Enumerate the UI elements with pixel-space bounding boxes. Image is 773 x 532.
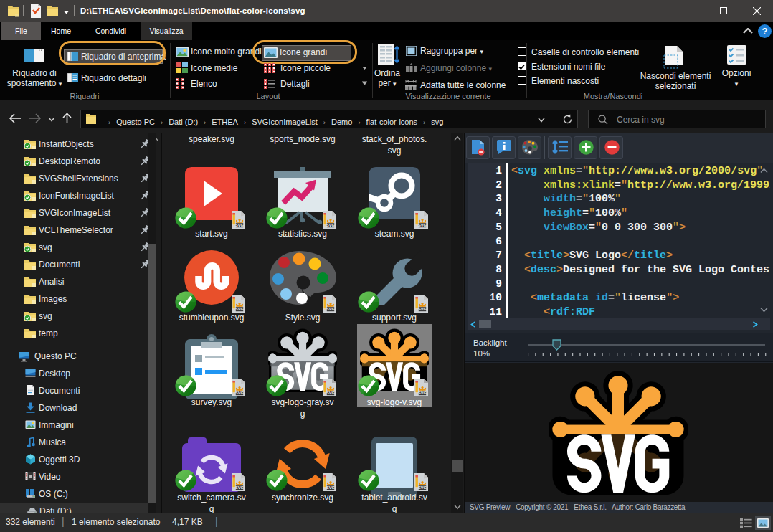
svg-text:SVG: SVG bbox=[418, 223, 427, 227]
svg-text:SVG: SVG bbox=[326, 485, 335, 490]
svg-text:SVG: SVG bbox=[418, 485, 427, 490]
svg-text:SVG: SVG bbox=[235, 223, 244, 227]
svg-text:SVG: SVG bbox=[418, 307, 427, 311]
svg-text:SVG: SVG bbox=[326, 223, 335, 227]
svg-text:SVG: SVG bbox=[235, 485, 244, 490]
svg-text:SVG: SVG bbox=[326, 307, 335, 311]
svg-text:SVG: SVG bbox=[235, 307, 244, 311]
svg-text:?: ? bbox=[762, 26, 768, 37]
svg-text:SVG: SVG bbox=[418, 391, 427, 395]
svg-text:SVG: SVG bbox=[326, 391, 335, 395]
svg-text:SVG: SVG bbox=[235, 391, 244, 395]
